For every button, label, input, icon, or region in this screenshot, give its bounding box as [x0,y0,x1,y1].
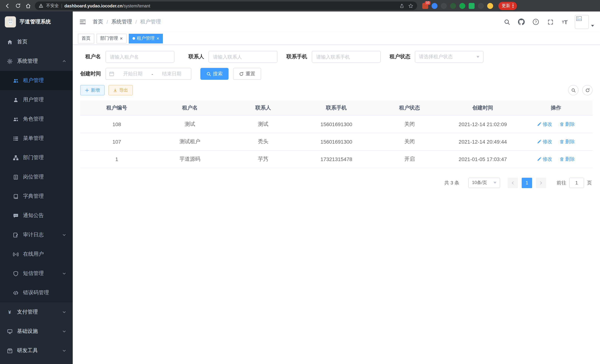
filter-row-1: 租户名 联系人 联系手机 租户状态 请选择租户状态 [80,51,593,63]
bookmark-star-icon[interactable] [408,3,413,8]
sidebar-item-label: 用户管理 [23,96,44,103]
user-avatar-dropdown[interactable] [575,15,594,29]
close-icon[interactable]: × [120,36,123,41]
app-logo[interactable]: 芋道管理系统 [0,11,73,32]
github-icon[interactable] [517,18,526,26]
sidebar-item-infrastructure[interactable]: 基础设施 [0,322,73,341]
col-actions: 操作 [519,101,593,115]
add-button[interactable]: 新增 [80,85,105,95]
export-button[interactable]: 导出 [108,85,133,95]
sidebar-item-role[interactable]: 角色管理 [0,110,73,129]
browser-toolbar: 不安全 dashboard.yudao.iocoder.cn/system/te… [0,0,600,11]
address-bar[interactable]: 不安全 dashboard.yudao.iocoder.cn/system/te… [35,1,417,10]
tab-dept[interactable]: 部门管理 × [96,34,126,43]
filter-label: 联系手机 [286,53,307,60]
delete-link[interactable]: 删除 [560,121,575,127]
calendar-icon [109,71,114,76]
tenant-table: 租户编号 租户名 联系人 联系手机 租户状态 创建时间 操作 108 测试 [80,101,593,168]
broadcast-icon [13,251,19,257]
table-tools [568,85,593,95]
sidebar-item-label: 支付管理 [17,309,38,315]
security-warning-icon[interactable] [38,3,43,8]
sidebar-item-user[interactable]: 用户管理 [0,90,73,110]
sidebar-item-sms[interactable]: 短信管理 [0,264,73,283]
sidebar-item-dept[interactable]: 部门管理 [0,148,73,167]
sidebar-item-post[interactable]: 岗位管理 [0,167,73,187]
page-size-value: 10条/页 [472,180,487,186]
extension-icon[interactable] [487,3,493,9]
help-icon[interactable]: ? [531,18,540,26]
extension-icon[interactable] [441,3,447,9]
delete-link[interactable]: 删除 [560,156,575,162]
goto-page-input[interactable] [569,177,584,188]
close-icon[interactable]: × [156,36,159,41]
phone-input[interactable] [312,51,381,63]
sidebar-item-home[interactable]: 首页 [0,32,73,52]
edit-link[interactable]: 修改 [537,121,552,127]
sidebar-item-notice[interactable]: 通知公告 [0,206,73,225]
chrome-update-button[interactable]: 更新 [498,2,517,10]
status-select-placeholder: 请选择租户状态 [419,53,453,60]
delete-link[interactable]: 删除 [560,138,575,145]
edit-link[interactable]: 修改 [537,156,552,162]
extension-icon[interactable] [478,3,484,9]
edit-link[interactable]: 修改 [537,138,552,145]
status-select[interactable]: 请选择租户状态 [415,51,484,63]
sidebar-item-online-users[interactable]: 在线用户 [0,244,73,264]
cell-tenant-id: 108 [80,115,153,133]
cell-phone: 15601691300 [300,115,373,133]
col-status: 租户状态 [373,101,446,115]
filter-label: 创建时间 [80,71,101,77]
next-page-button[interactable] [536,177,546,188]
tab-label: 部门管理 [100,35,118,42]
sidebar-item-error-code[interactable]: 错误码管理 [0,283,73,302]
prev-page-button[interactable] [508,177,518,188]
share-icon[interactable] [399,3,404,8]
col-phone: 联系手机 [300,101,373,115]
browser-menu-icon[interactable] [512,4,513,8]
page-size-select[interactable]: 10条/页 [468,177,500,188]
font-size-icon[interactable]: TT [560,18,569,26]
reset-button[interactable]: 重置 [233,68,261,80]
tab-home[interactable]: 首页 [78,34,94,43]
header-search-icon[interactable] [502,18,511,26]
security-label[interactable]: 不安全 [46,3,59,9]
page-number-1[interactable]: 1 [522,177,532,188]
fullscreen-icon[interactable] [546,18,555,26]
cell-created: 2021-12-14 20:49:44 [446,133,519,150]
sidebar-item-system[interactable]: 系统管理 [0,52,73,71]
sidebar-item-payment[interactable]: ¥ 支付管理 [0,302,73,322]
toggle-search-icon[interactable] [568,85,579,95]
search-button-label: 搜索 [213,71,223,77]
breadcrumb-separator: / [135,19,137,25]
extension-icon[interactable] [469,3,475,9]
search-button[interactable]: 搜索 [200,68,229,80]
cell-contact: 芋艿 [226,150,300,168]
back-icon[interactable] [4,2,11,9]
home-icon[interactable] [25,2,32,9]
sidebar-item-menu[interactable]: 菜单管理 [0,129,73,148]
sidebar-item-audit-log[interactable]: 审计日志 [0,225,73,244]
extension-icon[interactable] [450,3,456,9]
refresh-table-icon[interactable] [582,85,593,95]
create-time-range-picker[interactable]: 开始日期 - 结束日期 [105,68,191,80]
shield-icon [13,271,19,276]
navbar-actions: ? TT [502,15,594,29]
reload-icon[interactable] [14,2,21,9]
tab-tenant[interactable]: 租户管理 × [129,34,163,43]
extension-icon[interactable] [431,3,438,9]
contact-input[interactable] [208,51,278,63]
table-header-row: 租户编号 租户名 联系人 联系手机 租户状态 创建时间 操作 [80,101,593,115]
sidebar-item-dev-tools[interactable]: 研发工具 [0,341,73,360]
sidebar-item-dict[interactable]: 字典管理 [0,187,73,206]
sidebar-collapse-icon[interactable] [79,18,87,26]
breadcrumb-system[interactable]: 系统管理 [111,19,132,25]
tab-label: 首页 [82,35,91,42]
sidebar-item-label: 研发工具 [17,347,38,354]
update-label: 更新 [502,3,510,9]
sidebar-item-tenant[interactable]: 租户管理 [0,71,73,90]
extension-icon[interactable] [459,3,465,9]
tenant-name-input[interactable] [105,51,174,63]
extension-icon[interactable]: 10 [422,3,428,9]
breadcrumb-home[interactable]: 首页 [93,19,103,25]
